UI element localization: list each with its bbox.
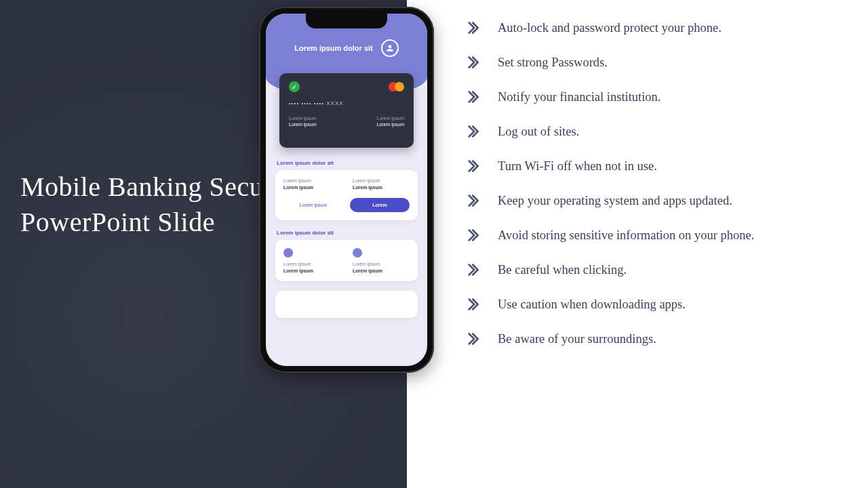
section-a-button[interactable]: Lorem — [350, 198, 410, 212]
card-number: •••• •••• •••• XXXX — [289, 100, 404, 106]
chevron-right-icon — [468, 89, 483, 104]
list-item: Keep your operating system and apps upda… — [468, 193, 849, 208]
tip-text: Use caution when downloading apps. — [498, 298, 686, 312]
bank-card: ✓ •••• •••• •••• XXXX Lorem ipsumLorem i… — [279, 73, 414, 148]
tip-text: Auto-lock and password protect your phon… — [498, 21, 722, 35]
chevron-right-icon — [468, 193, 483, 208]
mastercard-icon — [389, 82, 404, 92]
list-item: Turn Wi-Fi off when not in use. — [468, 159, 849, 174]
tip-text: Avoid storing sensitive information on y… — [498, 228, 754, 243]
phone-mockup: Lorem ipsum dolor sit ✓ •••• •••• •••• X… — [259, 7, 434, 373]
chevron-right-icon — [468, 55, 483, 70]
tip-text: Turn Wi-Fi off when not in use. — [498, 159, 657, 174]
section-a-link[interactable]: Lorem ipsum — [283, 203, 343, 207]
tip-text: Be aware of your surroundings. — [498, 332, 656, 346]
slide: Mobile Banking Security Tips PowerPoint … — [0, 0, 868, 488]
list-item: Set strong Passwords. — [468, 55, 849, 70]
card-top-row: ✓ — [289, 81, 404, 92]
section-a-panel: Lorem ipsumLorem ipsum Lorem ipsumLorem … — [275, 170, 418, 220]
phone-notch — [306, 14, 387, 28]
list-item: Auto-lock and password protect your phon… — [468, 20, 849, 35]
chevron-right-icon — [468, 20, 483, 35]
section-a-label: Lorem ipsum dolor sit — [277, 160, 418, 166]
chevron-right-icon — [468, 228, 483, 243]
tip-text: Keep your operating system and apps upda… — [498, 194, 732, 208]
list-item: Log out of sites. — [468, 124, 849, 139]
chevron-right-icon — [468, 159, 483, 174]
app-content: Lorem ipsum dolor sit Lorem ipsumLorem i… — [266, 156, 427, 366]
section-b-label: Lorem ipsum dolor sit — [277, 230, 418, 236]
tip-text: Be careful when clicking. — [498, 263, 627, 277]
list-item: Be aware of your surroundings. — [468, 331, 849, 346]
chevron-right-icon — [468, 297, 483, 312]
list-item: Use caution when downloading apps. — [468, 297, 849, 312]
avatar-icon — [381, 39, 399, 57]
chevron-right-icon — [468, 262, 483, 277]
section-c-panel — [275, 291, 418, 318]
list-item: Notify your financial institution. — [468, 89, 849, 104]
tip-text: Log out of sites. — [498, 125, 579, 139]
check-icon: ✓ — [289, 81, 300, 92]
chevron-right-icon — [468, 331, 483, 346]
section-b-panel: Lorem ipsumLorem ipsum Lorem ipsumLorem … — [275, 240, 418, 281]
right-panel: Auto-lock and password protect your phon… — [407, 0, 868, 488]
phone-screen: Lorem ipsum dolor sit ✓ •••• •••• •••• X… — [266, 14, 427, 366]
list-item: Avoid storing sensitive information on y… — [468, 228, 849, 243]
tip-text: Notify your financial institution. — [498, 90, 660, 104]
dot-icon — [283, 248, 293, 258]
left-panel: Mobile Banking Security Tips PowerPoint … — [0, 0, 407, 488]
card-bottom-row: Lorem ipsumLorem ipsum Lorem ipsumLorem … — [289, 116, 404, 127]
tips-list: Auto-lock and password protect your phon… — [468, 20, 849, 346]
chevron-right-icon — [468, 124, 483, 139]
tip-text: Set strong Passwords. — [498, 56, 608, 70]
dot-icon — [353, 248, 362, 258]
list-item: Be careful when clicking. — [468, 262, 849, 277]
app-header-text: Lorem ipsum dolor sit — [294, 44, 373, 52]
